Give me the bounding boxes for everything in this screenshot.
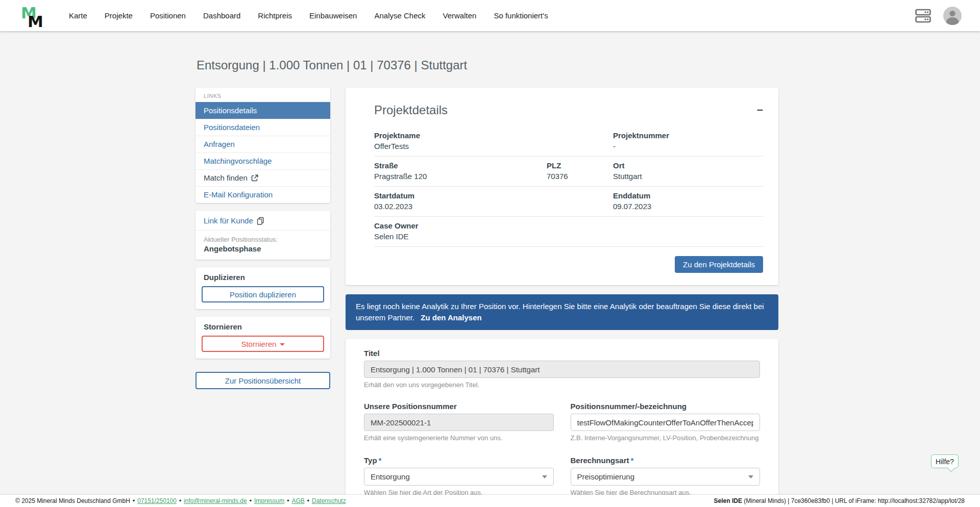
type-label: Typ* — [364, 456, 554, 465]
sidebar-item-anfragen[interactable]: Anfragen — [195, 136, 330, 153]
project-row-address: Straße Pragstraße 120 PLZ 70376 Ort Stut… — [374, 157, 763, 187]
nav-item-einbauweisen[interactable]: Einbauweisen — [309, 11, 357, 20]
position-overview-button[interactable]: Zur Positionsübersicht — [195, 372, 330, 389]
mineral-minds-logo-icon[interactable]: M M — [20, 3, 45, 29]
footer-link-datenschutz[interactable]: Datenschutz — [312, 497, 346, 504]
position-designation-help: Z.B. Interne-Vorgangsnummer, LV-Position… — [571, 434, 761, 442]
project-number-label: Projektnummer — [613, 131, 763, 140]
project-number-field: Projektnummer - — [613, 131, 763, 150]
project-row-name-number: Projektname OfferTests Projektnummer - — [374, 126, 763, 157]
sidebar-item-label: Match finden — [204, 173, 248, 182]
nav-right-actions — [915, 0, 962, 31]
nav-item-verwalten[interactable]: Verwalten — [443, 11, 477, 20]
plz-value: 70376 — [547, 172, 613, 181]
analytics-info-banner: Es liegt noch keine Analytik zu Ihrer Po… — [346, 294, 778, 330]
external-link-icon — [251, 174, 258, 182]
user-avatar-icon[interactable] — [943, 7, 962, 25]
project-details-title: Projektdetails — [361, 103, 763, 117]
position-status-value: Angebotsphase — [195, 243, 330, 260]
customer-link[interactable]: Link für Kunde — [195, 211, 330, 231]
sidebar-item-matchingvorschlaege[interactable]: Matchingvorschläge — [195, 153, 330, 169]
links-header: LINKS — [195, 88, 330, 102]
street-value: Pragstraße 120 — [374, 172, 547, 181]
project-details-rows: Projektname OfferTests Projektnummer - S… — [361, 126, 763, 273]
end-date-label: Enddatum — [613, 191, 763, 200]
copyright-text: © 2025 Mineral Minds Deutschland GmbH — [15, 497, 130, 504]
nav-item-richtpreis[interactable]: Richtpreis — [258, 11, 292, 20]
title-field-label: Titel — [364, 349, 760, 358]
main-content: Projektdetails – Projektname OfferTests … — [346, 88, 778, 507]
separator-dot: • — [250, 497, 252, 504]
select-caret-icon — [542, 475, 547, 478]
footer-session-info: Selen IDE (Mineral Minds) | 7ce360e83fb0… — [714, 497, 965, 504]
position-status-label: Aktueller Positionsstatus: — [195, 231, 330, 243]
our-position-number-group: Unsere Positionsnummer Erhält eine syste… — [364, 402, 554, 442]
go-to-analyses-link[interactable]: Zu den Analysen — [421, 313, 481, 322]
customer-link-label: Link für Kunde — [204, 216, 253, 225]
our-position-number-label: Unsere Positionsnummer — [364, 402, 554, 411]
server-icon[interactable] — [915, 9, 931, 23]
cancel-card: Stornieren Stornieren — [195, 317, 330, 359]
calculation-type-select[interactable]: Preisoptimierung — [571, 468, 761, 486]
our-position-number-input — [364, 414, 554, 431]
sidebar-item-positionsdateien[interactable]: Positionsdateien — [195, 119, 330, 136]
project-details-card: Projektdetails – Projektname OfferTests … — [346, 88, 778, 285]
duplicate-card: Duplizieren Position duplizieren — [195, 267, 330, 309]
go-to-project-details-button[interactable]: Zu den Projektdetails — [675, 256, 763, 273]
nav-item-projekte[interactable]: Projekte — [105, 11, 133, 20]
type-select[interactable]: Entsorgung — [364, 468, 554, 486]
case-owner-field: Case Owner Selen IDE — [374, 221, 613, 241]
footer-link-phone[interactable]: 07151/250100 — [137, 497, 177, 504]
help-button[interactable]: Hilfe? — [931, 454, 959, 468]
type-group: Typ* Entsorgung Wählen Sie hier die Art … — [364, 456, 554, 496]
footer-link-email[interactable]: info@mineral-minds.de — [184, 497, 247, 504]
case-owner-label: Case Owner — [374, 221, 613, 230]
case-owner-value: Selen IDE — [374, 232, 613, 241]
project-name-value: OfferTests — [374, 142, 613, 150]
plz-label: PLZ — [547, 161, 613, 170]
duplicate-position-button[interactable]: Position duplizieren — [202, 286, 324, 302]
city-label: Ort — [613, 161, 763, 170]
nav-menu: Karte Projekte Positionen Dashboard Rich… — [69, 11, 548, 20]
separator-dot: • — [179, 497, 181, 504]
banner-text: Es liegt noch keine Analytik zu Ihrer Po… — [356, 302, 764, 322]
start-date-value: 03.02.2023 — [374, 202, 613, 211]
street-label: Straße — [374, 161, 547, 170]
nav-item-analyse-check[interactable]: Analyse Check — [374, 11, 425, 20]
nav-item-karte[interactable]: Karte — [69, 11, 87, 20]
nav-item-positionen[interactable]: Positionen — [150, 11, 186, 20]
top-nav: M M Karte Projekte Positionen Dashboard … — [0, 0, 980, 31]
project-row-owner: Case Owner Selen IDE — [374, 217, 763, 247]
sidebar-item-match-finden[interactable]: Match finden — [195, 169, 330, 186]
end-date-value: 09.07.2023 — [613, 202, 763, 211]
project-name-field: Projektname OfferTests — [374, 131, 613, 150]
sidebar: LINKS Positionsdetails Positionsdateien … — [195, 88, 330, 389]
nav-item-so-funktionierts[interactable]: So funktioniert's — [494, 11, 548, 20]
cancel-button-label: Stornieren — [241, 340, 276, 348]
separator-dot: • — [307, 497, 309, 504]
sidebar-item-email-konfiguration[interactable]: E-Mail Konfiguration — [195, 186, 330, 203]
position-designation-label: Positionsnummer/-bezeichnung — [571, 402, 761, 411]
position-designation-input[interactable] — [571, 414, 761, 431]
svg-text:M: M — [28, 12, 43, 29]
nav-item-dashboard[interactable]: Dashboard — [203, 11, 240, 20]
our-position-number-help: Erhält eine systemgenerierte Nummer von … — [364, 434, 554, 442]
collapse-icon[interactable]: – — [757, 104, 763, 115]
footer-link-impressum[interactable]: Impressum — [254, 497, 284, 504]
calculation-type-select-value: Preisoptimierung — [577, 472, 635, 481]
calculation-type-label: Berechnungsart* — [571, 456, 761, 465]
position-form-card: Titel Erhält den von uns vorgegebenen Ti… — [346, 339, 778, 507]
sidebar-item-positionsdetails[interactable]: Positionsdetails — [195, 102, 330, 119]
cancel-position-button[interactable]: Stornieren — [202, 336, 324, 352]
separator-dot: • — [133, 497, 135, 504]
separator-dot: • — [287, 497, 289, 504]
city-field: Ort Stuttgart — [613, 161, 763, 181]
app-root: M M Karte Projekte Positionen Dashboard … — [0, 0, 980, 507]
calculation-type-label-text: Berechnungsart — [571, 456, 629, 465]
calculation-type-group: Berechnungsart* Preisoptimierung Wählen … — [571, 456, 761, 496]
required-asterisk: * — [379, 456, 382, 465]
title-input — [364, 361, 760, 378]
sidebar-links-card: LINKS Positionsdetails Positionsdateien … — [195, 88, 330, 203]
footer-link-agb[interactable]: AGB — [291, 497, 304, 504]
page-title: Entsorgung | 1.000 Tonnen | 01 | 70376 |… — [197, 58, 467, 72]
